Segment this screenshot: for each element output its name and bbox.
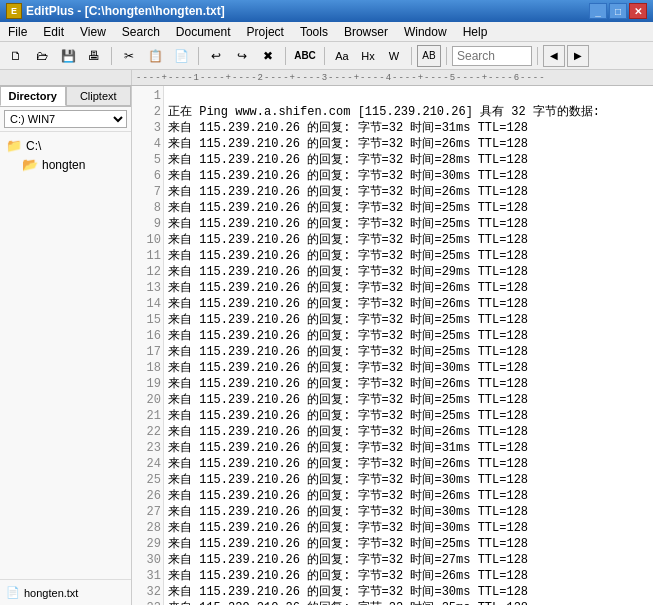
close-button[interactable]: ✕ xyxy=(629,3,647,19)
ruler-sidebar-spacer xyxy=(0,70,132,85)
editor-line: 来自 115.239.210.26 的回复: 字节=32 时间=25ms TTL… xyxy=(168,248,649,264)
find-button[interactable]: Aa xyxy=(330,45,354,67)
sidebar-files: 📄 hongten.txt xyxy=(0,579,131,605)
window-title: EditPlus - [C:\hongten\hongten.txt] xyxy=(26,4,589,18)
ruler-row: ----+----1----+----2----+----3----+----4… xyxy=(0,70,653,86)
paste-button[interactable]: 📄 xyxy=(169,45,193,67)
editor-line: 来自 115.239.210.26 的回复: 字节=32 时间=29ms TTL… xyxy=(168,264,649,280)
editor-line: 来自 115.239.210.26 的回复: 字节=32 时间=30ms TTL… xyxy=(168,360,649,376)
menu-project[interactable]: Project xyxy=(239,22,292,41)
editor-line: 来自 115.239.210.26 的回复: 字节=32 时间=26ms TTL… xyxy=(168,184,649,200)
cut-button[interactable]: ✂ xyxy=(117,45,141,67)
editor-line: 来自 115.239.210.26 的回复: 字节=32 时间=27ms TTL… xyxy=(168,552,649,568)
maximize-button[interactable]: □ xyxy=(609,3,627,19)
toolbar: 🗋 🗁 💾 🖶 ✂ 📋 📄 ↩ ↪ ✖ ABC Aa Hx W AB ◀ ▶ xyxy=(0,42,653,70)
menu-help[interactable]: Help xyxy=(455,22,496,41)
editor-line: 来自 115.239.210.26 的回复: 字节=32 时间=25ms TTL… xyxy=(168,312,649,328)
drive-select[interactable]: C:) WIN7 xyxy=(4,110,127,128)
editor-line xyxy=(168,88,649,104)
sidebar-tabs: Directory Cliptext xyxy=(0,86,131,107)
editor-area: 1234567891011121314151617181920212223242… xyxy=(132,86,653,605)
close-doc-button[interactable]: ✖ xyxy=(256,45,280,67)
menu-edit[interactable]: Edit xyxy=(35,22,72,41)
editor-line: 来自 115.239.210.26 的回复: 字节=32 时间=26ms TTL… xyxy=(168,280,649,296)
editor-line: 来自 115.239.210.26 的回复: 字节=32 时间=25ms TTL… xyxy=(168,328,649,344)
editor-line: 正在 Ping www.a.shifen.com [115.239.210.26… xyxy=(168,104,649,120)
ruler: ----+----1----+----2----+----3----+----4… xyxy=(132,70,653,85)
menu-tools[interactable]: Tools xyxy=(292,22,336,41)
tree-label-root: C:\ xyxy=(26,139,41,153)
tb-btn-1[interactable]: AB xyxy=(417,45,441,67)
separator-7 xyxy=(537,47,538,65)
menu-search[interactable]: Search xyxy=(114,22,168,41)
separator-6 xyxy=(446,47,447,65)
spell-button[interactable]: ABC xyxy=(291,45,319,67)
separator-1 xyxy=(111,47,112,65)
menu-browser[interactable]: Browser xyxy=(336,22,396,41)
file-label: hongten.txt xyxy=(24,587,78,599)
editor-line: 来自 115.239.210.26 的回复: 字节=32 时间=25ms TTL… xyxy=(168,232,649,248)
menu-window[interactable]: Window xyxy=(396,22,455,41)
tree-item-hongten[interactable]: 📂 hongten xyxy=(4,155,127,174)
file-icon: 📄 xyxy=(6,586,20,599)
new-button[interactable]: 🗋 xyxy=(4,45,28,67)
title-bar: E EditPlus - [C:\hongten\hongten.txt] _ … xyxy=(0,0,653,22)
word-wrap-button[interactable]: W xyxy=(382,45,406,67)
file-item-hongten-txt[interactable]: 📄 hongten.txt xyxy=(4,584,127,601)
main-area: Directory Cliptext C:) WIN7 📁 C:\ 📂 hong… xyxy=(0,86,653,605)
tree-item-root[interactable]: 📁 C:\ xyxy=(4,136,127,155)
editor-line: 来自 115.239.210.26 的回复: 字节=32 时间=25ms TTL… xyxy=(168,536,649,552)
menu-bar: File Edit View Search Document Project T… xyxy=(0,22,653,42)
tab-directory[interactable]: Directory xyxy=(0,86,66,106)
window-controls: _ □ ✕ xyxy=(589,3,647,19)
search-input[interactable] xyxy=(452,46,532,66)
folder-open-icon: 📂 xyxy=(22,157,38,172)
editor-line: 来自 115.239.210.26 的回复: 字节=32 时间=25ms TTL… xyxy=(168,408,649,424)
menu-view[interactable]: View xyxy=(72,22,114,41)
editor-line: 来自 115.239.210.26 的回复: 字节=32 时间=25ms TTL… xyxy=(168,344,649,360)
editor-line: 来自 115.239.210.26 的回复: 字节=32 时间=31ms TTL… xyxy=(168,440,649,456)
editor-line: 来自 115.239.210.26 的回复: 字节=32 时间=31ms TTL… xyxy=(168,120,649,136)
tree-label-hongten: hongten xyxy=(42,158,85,172)
editor-line: 来自 115.239.210.26 的回复: 字节=32 时间=26ms TTL… xyxy=(168,376,649,392)
minimize-button[interactable]: _ xyxy=(589,3,607,19)
editor-line: 来自 115.239.210.26 的回复: 字节=32 时间=25ms TTL… xyxy=(168,200,649,216)
app-icon: E xyxy=(6,3,22,19)
editor-content[interactable]: 正在 Ping www.a.shifen.com [115.239.210.26… xyxy=(164,86,653,605)
tb-extra-2[interactable]: ▶ xyxy=(567,45,589,67)
folder-icon: 📁 xyxy=(6,138,22,153)
editor-line: 来自 115.239.210.26 的回复: 字节=32 时间=30ms TTL… xyxy=(168,584,649,600)
editor-line: 来自 115.239.210.26 的回复: 字节=32 时间=26ms TTL… xyxy=(168,136,649,152)
editor-line: 来自 115.239.210.26 的回复: 字节=32 时间=26ms TTL… xyxy=(168,568,649,584)
separator-4 xyxy=(324,47,325,65)
sidebar-tree: 📁 C:\ 📂 hongten xyxy=(0,132,131,579)
editor-line: 来自 115.239.210.26 的回复: 字节=32 时间=26ms TTL… xyxy=(168,296,649,312)
editor-line: 来自 115.239.210.26 的回复: 字节=32 时间=25ms TTL… xyxy=(168,216,649,232)
editor-line: 来自 115.239.210.26 的回复: 字节=32 时间=25ms TTL… xyxy=(168,600,649,605)
separator-2 xyxy=(198,47,199,65)
undo-button[interactable]: ↩ xyxy=(204,45,228,67)
copy-button[interactable]: 📋 xyxy=(143,45,167,67)
editor-line: 来自 115.239.210.26 的回复: 字节=32 时间=25ms TTL… xyxy=(168,392,649,408)
editor-line: 来自 115.239.210.26 的回复: 字节=32 时间=26ms TTL… xyxy=(168,424,649,440)
editor-line: 来自 115.239.210.26 的回复: 字节=32 时间=26ms TTL… xyxy=(168,488,649,504)
separator-3 xyxy=(285,47,286,65)
editor-line: 来自 115.239.210.26 的回复: 字节=32 时间=30ms TTL… xyxy=(168,504,649,520)
editor-line: 来自 115.239.210.26 的回复: 字节=32 时间=26ms TTL… xyxy=(168,456,649,472)
print-button[interactable]: 🖶 xyxy=(82,45,106,67)
hex-button[interactable]: Hx xyxy=(356,45,380,67)
tab-cliptext[interactable]: Cliptext xyxy=(66,86,132,106)
open-button[interactable]: 🗁 xyxy=(30,45,54,67)
editor-line: 来自 115.239.210.26 的回复: 字节=32 时间=30ms TTL… xyxy=(168,168,649,184)
sidebar-drive[interactable]: C:) WIN7 xyxy=(0,107,131,132)
tb-extra-1[interactable]: ◀ xyxy=(543,45,565,67)
menu-file[interactable]: File xyxy=(0,22,35,41)
menu-document[interactable]: Document xyxy=(168,22,239,41)
save-button[interactable]: 💾 xyxy=(56,45,80,67)
redo-button[interactable]: ↪ xyxy=(230,45,254,67)
separator-5 xyxy=(411,47,412,65)
editor-line: 来自 115.239.210.26 的回复: 字节=32 时间=30ms TTL… xyxy=(168,472,649,488)
editor-line: 来自 115.239.210.26 的回复: 字节=32 时间=28ms TTL… xyxy=(168,152,649,168)
line-numbers: 1234567891011121314151617181920212223242… xyxy=(132,86,164,605)
editor-line: 来自 115.239.210.26 的回复: 字节=32 时间=30ms TTL… xyxy=(168,520,649,536)
